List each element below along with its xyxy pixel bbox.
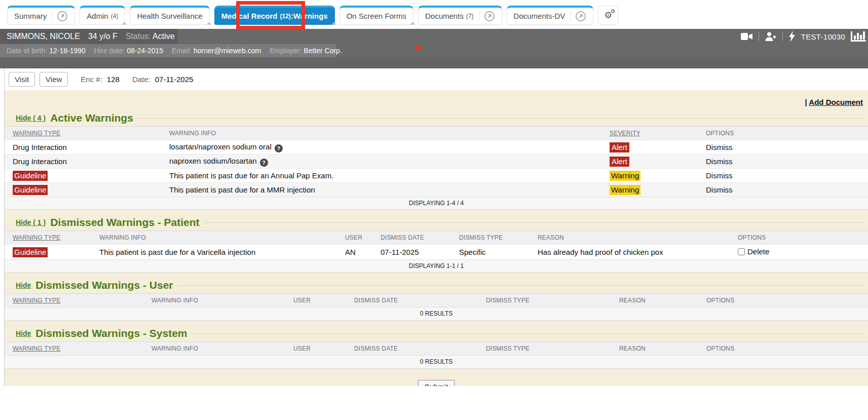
active-warnings-title: Active Warnings: [50, 112, 133, 124]
add-document-link[interactable]: Add Document: [809, 98, 863, 106]
dismissed-patient-title: Dismissed Warnings - Patient: [50, 216, 199, 228]
severity-badge: Warning: [610, 171, 640, 181]
col-warning-info: WARNING INFO: [99, 234, 345, 241]
tab-admin-label: Admin: [87, 12, 108, 20]
dismissed-patient-table: WARNING TYPE WARNING INFO USER DISMISS D…: [5, 231, 868, 273]
col-warning-type[interactable]: WARNING TYPE: [5, 130, 169, 137]
active-warnings-header: Hide ( 4 ) Active Warnings: [5, 108, 868, 126]
warning-type-badge: Guideline: [13, 185, 48, 195]
view-button[interactable]: View: [40, 72, 68, 87]
hide-dismissed-system-link[interactable]: Hide: [16, 329, 31, 337]
dismissed-system-header: Hide Dismissed Warnings - System: [5, 324, 868, 341]
dropdown-fold-icon: [331, 22, 336, 27]
open-in-new-icon[interactable]: [570, 11, 586, 22]
table-row: Guideline This patient is past due for a…: [5, 182, 868, 197]
visit-button[interactable]: Visit: [9, 72, 35, 87]
col-dismiss-date: DISMISS DATE: [354, 345, 486, 352]
col-options: OPTIONS: [706, 297, 868, 304]
enc-number-value: 128: [107, 75, 120, 84]
tab-admin[interactable]: Admin (4): [80, 6, 125, 25]
col-user: USER: [345, 234, 381, 241]
tab-bar: Summary Admin (4) Health Surveillance Me…: [0, 0, 868, 29]
hide-dismissed-user-link[interactable]: Hide: [16, 281, 31, 289]
settings-button[interactable]: ⚙⚙: [598, 6, 618, 25]
submit-button[interactable]: Submit: [418, 380, 455, 386]
tab-documents-dv[interactable]: Documents-DV: [507, 6, 594, 25]
tab-documents-dv-label: Documents-DV: [514, 12, 565, 20]
col-severity[interactable]: SEVERITY: [610, 130, 706, 137]
col-warning-type[interactable]: WARNING TYPE: [5, 345, 152, 352]
warning-type-badge: Guideline: [13, 171, 48, 181]
tab-documents-count: (7): [466, 13, 474, 20]
lightning-icon[interactable]: [788, 31, 796, 42]
tab-summary[interactable]: Summary: [7, 6, 75, 25]
tab-admin-count: (4): [111, 13, 119, 20]
delete-checkbox[interactable]: [738, 248, 745, 255]
dismiss-link[interactable]: Dismiss: [706, 143, 733, 151]
col-dismiss-date: DISMISS DATE: [381, 234, 459, 241]
table-row: Drug Interaction naproxen sodium/losarta…: [5, 154, 868, 168]
patient-name: SIMMONS, NICOLE: [7, 32, 80, 41]
patient-age-sex: 34 y/o F: [88, 32, 118, 41]
tab-documents-label: Documents: [425, 12, 464, 20]
col-options: OPTIONS: [738, 234, 868, 241]
col-user: USER: [293, 297, 354, 304]
tab-documents[interactable]: Documents (7): [418, 6, 502, 25]
reason-value: Has already had proof of chicken pox: [538, 248, 663, 256]
tab-medical-record-count: (12): [280, 13, 291, 20]
col-warning-info: WARNING INFO: [152, 297, 293, 304]
warning-type: Drug Interaction: [13, 143, 67, 151]
open-in-new-icon[interactable]: [479, 11, 495, 22]
dismiss-date-value: 07-11-2025: [381, 248, 419, 256]
delete-option: Delete: [738, 247, 769, 256]
patient-name-block: SIMMONS, NICOLE 34 y/o F Status: Active: [0, 29, 177, 44]
tab-on-screen-forms[interactable]: On Screen Forms: [339, 6, 413, 25]
submit-row: Submit: [5, 380, 868, 386]
warning-type-badge: Guideline: [13, 247, 48, 257]
patient-status: Status: Active: [126, 32, 175, 41]
section-rule: [204, 222, 866, 223]
tab-medical-record-warnings[interactable]: Medical Record (12) :Warnings: [214, 6, 335, 25]
enc-number-label: Enc #:: [81, 75, 102, 84]
col-warning-type[interactable]: WARNING TYPE: [5, 234, 99, 241]
dismiss-link[interactable]: Dismiss: [706, 185, 733, 194]
severity-badge: Alert: [610, 142, 629, 152]
tab-medical-record-label: Medical Record: [221, 12, 278, 20]
displaying-count: DISPLAYING 1-4 / 4: [5, 197, 868, 210]
warning-info: This patient is past due for an Annual P…: [169, 171, 333, 180]
hide-dismissed-patient-link[interactable]: Hide ( 1 ): [16, 218, 46, 226]
dismiss-link[interactable]: Dismiss: [706, 171, 733, 180]
delete-label: Delete: [747, 247, 769, 256]
tab-on-screen-forms-label: On Screen Forms: [347, 12, 406, 20]
dropdown-fold-icon: [206, 22, 211, 27]
dismiss-link[interactable]: Dismiss: [706, 157, 733, 166]
help-icon[interactable]: ?: [260, 159, 268, 167]
col-reason: REASON: [619, 297, 706, 304]
hide-active-warnings-link[interactable]: Hide ( 4 ): [16, 114, 46, 122]
section-rule: [177, 285, 866, 286]
dropdown-fold-icon: [410, 22, 416, 27]
severity-badge: Warning: [610, 185, 640, 195]
employer-field: Employer:Better Corp.: [270, 47, 342, 55]
dismiss-type-value: Specific: [459, 248, 486, 256]
tab-health-surveillance[interactable]: Health Surveillance: [130, 6, 209, 25]
tab-health-surveillance-label: Health Surveillance: [137, 12, 202, 20]
divider: [782, 32, 783, 41]
gears-icon: ⚙⚙: [604, 11, 612, 20]
video-camera-icon[interactable]: [741, 32, 753, 41]
warning-info: This patient is past due for a MMR injec…: [169, 185, 315, 194]
annotation-dot: [416, 46, 421, 50]
dismissed-user-header: Hide Dismissed Warnings - User: [5, 276, 868, 293]
email-field: Email:horner@mieweb.com: [172, 47, 261, 55]
person-add-icon[interactable]: [765, 31, 777, 42]
col-dismiss-type: DISMISS TYPE: [459, 234, 538, 241]
bar-chart-icon[interactable]: [851, 31, 866, 42]
open-in-new-icon[interactable]: [52, 11, 68, 22]
tab-summary-label: Summary: [14, 12, 47, 20]
col-reason: REASON: [538, 234, 738, 241]
col-warning-type[interactable]: WARNING TYPE: [5, 297, 152, 304]
results-count: 0 RESULTS: [5, 307, 868, 321]
help-icon[interactable]: ?: [275, 144, 283, 152]
table-row: Guideline This patient is past due for a…: [5, 168, 868, 182]
warning-info: losartan/naproxen sodium oral: [169, 142, 272, 151]
